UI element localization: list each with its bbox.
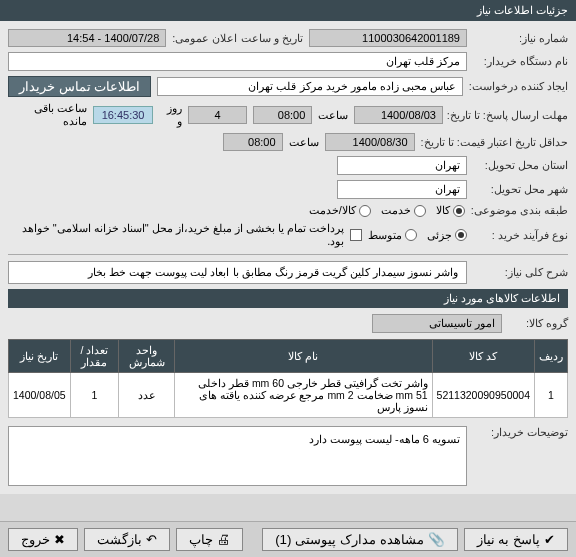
- back-icon: ↶: [146, 532, 157, 547]
- back-button[interactable]: ↶ بازگشت: [84, 528, 170, 551]
- overall-field: واشر نسوز سیمدار کلین گریت قرمز رنگ مطاب…: [8, 261, 467, 284]
- table-row[interactable]: 1 5211320090950004 واشر تخت گرافیتی قطر …: [9, 373, 568, 418]
- purchase-type-label: نوع فرآیند خرید :: [473, 229, 568, 242]
- radio-partial-label: جزئی: [427, 229, 452, 242]
- content-area: شماره نیاز: 1100030642001189 تاریخ و ساع…: [0, 21, 576, 494]
- cell-qty: 1: [70, 373, 119, 418]
- separator: [8, 254, 568, 255]
- reply-button-label: پاسخ به نیاز: [477, 532, 540, 547]
- th-qty: تعداد / مقدار: [70, 340, 119, 373]
- desc-box: تسویه 6 ماهه- لیست پیوست دارد: [8, 426, 467, 486]
- category-radio-group: کالا خدمت کالا/خدمت: [309, 204, 465, 217]
- print-button[interactable]: 🖨 چاپ: [176, 528, 243, 551]
- purchase-note: پرداخت تمام یا بخشی از مبلغ خرید،از محل …: [8, 222, 344, 248]
- days-label: روز و: [159, 102, 182, 128]
- deadline-date-field: 1400/08/03: [354, 106, 443, 124]
- th-code: کد کالا: [432, 340, 534, 373]
- location-label: استان محل تحویل:: [473, 159, 568, 172]
- deadline-label: مهلت ارسال پاسخ: تا تاریخ:: [449, 109, 568, 122]
- need-no-field: 1100030642001189: [309, 29, 467, 47]
- category-label: طبقه بندی موضوعی:: [471, 204, 568, 217]
- validity-label: حداقل تاریخ اعتبار قیمت: تا تاریخ:: [421, 136, 568, 149]
- attachment-icon: 📎: [428, 532, 445, 547]
- time-label-1: ساعت: [318, 109, 348, 122]
- city-label: شهر محل تحویل:: [473, 183, 568, 196]
- treasury-checkbox[interactable]: [350, 229, 362, 241]
- location-field: تهران: [337, 156, 467, 175]
- radio-goods[interactable]: [453, 205, 465, 217]
- requester-label: ایجاد کننده درخواست:: [469, 80, 568, 93]
- th-date: تاریخ نیاز: [9, 340, 71, 373]
- radio-service-label: خدمت: [381, 204, 411, 217]
- panel-header: جزئیات اطلاعات نیاز: [0, 0, 576, 21]
- time-label-2: ساعت: [289, 136, 319, 149]
- group-field: امور تاسیساتی: [372, 314, 502, 333]
- panel-title: جزئیات اطلاعات نیاز: [477, 4, 568, 16]
- attachments-button[interactable]: 📎 مشاهده مدارک پیوستی (1): [262, 528, 457, 551]
- buyer-label: نام دستگاه خریدار:: [473, 55, 568, 68]
- exit-icon: ✖: [54, 532, 65, 547]
- cell-code: 5211320090950004: [432, 373, 534, 418]
- cell-idx: 1: [535, 373, 568, 418]
- contact-buyer-button[interactable]: اطلاعات تماس خریدار: [8, 76, 151, 97]
- back-button-label: بازگشت: [97, 532, 142, 547]
- group-label: گروه کالا:: [508, 317, 568, 330]
- items-section-title: اطلاعات کالاهای مورد نیاز: [8, 289, 568, 308]
- radio-medium-label: متوسط: [368, 229, 402, 242]
- radio-partial[interactable]: [455, 229, 467, 241]
- cell-unit: عدد: [119, 373, 175, 418]
- requester-field: عباس محبی زاده مامور خرید مرکز قلب تهران: [157, 77, 462, 96]
- exit-button-label: خروج: [21, 532, 50, 547]
- attachments-button-label: مشاهده مدارک پیوستی (1): [275, 532, 423, 547]
- radio-both-label: کالا/خدمت: [309, 204, 356, 217]
- remain-label: ساعت باقی مانده: [8, 102, 87, 128]
- public-date-field: 1400/07/28 - 14:54: [8, 29, 166, 47]
- city-field: تهران: [337, 180, 467, 199]
- th-unit: واحد شمارش: [119, 340, 175, 373]
- desc-label: توضیحات خریدار:: [473, 426, 568, 439]
- th-name: نام کالا: [174, 340, 432, 373]
- radio-goods-label: کالا: [436, 204, 450, 217]
- buyer-field: مرکز قلب تهران: [8, 52, 467, 71]
- remaining-time-badge: 16:45:30: [93, 106, 154, 124]
- need-no-label: شماره نیاز:: [473, 32, 568, 45]
- validity-time-field: 08:00: [223, 133, 283, 151]
- check-icon: ✔: [544, 532, 555, 547]
- cell-date: 1400/08/05: [9, 373, 71, 418]
- th-row: ردیف: [535, 340, 568, 373]
- radio-medium[interactable]: [405, 229, 417, 241]
- deadline-time-field: 08:00: [253, 106, 312, 124]
- days-field: 4: [188, 106, 247, 124]
- cell-name: واشر تخت گرافیتی قطر خارجی mm 60 قطر داخ…: [174, 373, 432, 418]
- public-date-label: تاریخ و ساعت اعلان عمومی:: [172, 32, 302, 45]
- purchase-type-group: جزئی متوسط: [368, 229, 467, 242]
- exit-button[interactable]: ✖ خروج: [8, 528, 78, 551]
- radio-service[interactable]: [414, 205, 426, 217]
- overall-label: شرح کلی نیاز:: [473, 266, 568, 279]
- validity-date-field: 1400/08/30: [325, 133, 415, 151]
- items-table: ردیف کد کالا نام کالا واحد شمارش تعداد /…: [8, 339, 568, 418]
- radio-both[interactable]: [359, 205, 371, 217]
- print-button-label: چاپ: [189, 532, 213, 547]
- footer-toolbar: ✔ پاسخ به نیاز 📎 مشاهده مدارک پیوستی (1)…: [0, 521, 576, 557]
- reply-button[interactable]: ✔ پاسخ به نیاز: [464, 528, 568, 551]
- print-icon: 🖨: [217, 532, 230, 547]
